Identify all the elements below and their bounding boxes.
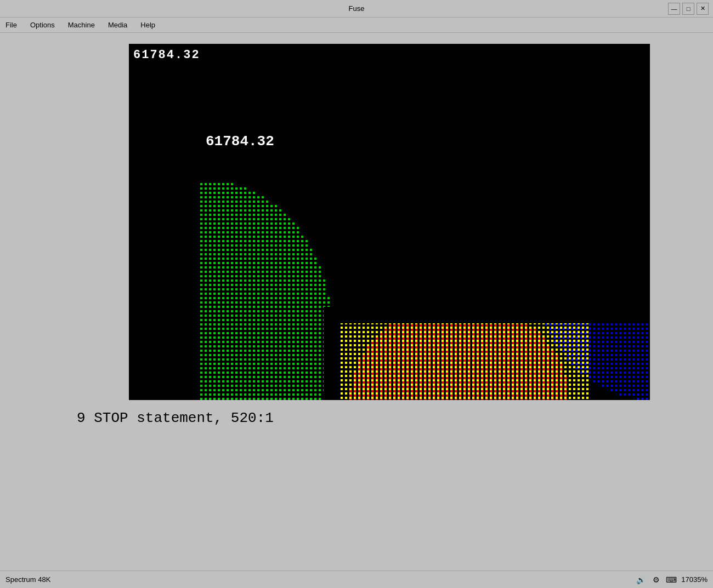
score-display: 61784.32 [133,48,200,62]
menu-bar: File Options Machine Media Help [0,18,713,33]
status-message: 9 STOP statement, 520:1 [66,410,274,426]
title-bar: Fuse — □ ✕ [0,0,713,18]
content-area: 61784.32 9 STOP statement, 520:1 [0,33,713,426]
keyboard-icon: ⌨ [666,574,677,585]
settings-icon: ⚙ [650,574,661,585]
maximize-button[interactable]: □ [682,3,694,15]
window-controls[interactable]: — □ ✕ [668,3,709,15]
menu-help[interactable]: Help [138,20,157,30]
menu-options[interactable]: Options [28,20,57,30]
menu-media[interactable]: Media [106,20,129,30]
spectrum-canvas [129,44,650,400]
speed-label: 17035% [681,575,708,584]
status-right: 🔊 ⚙ ⌨ 17035% [635,574,708,585]
spectrum-screen: 61784.32 [129,44,650,400]
status-bar: Spectrum 48K 🔊 ⚙ ⌨ 17035% [0,570,713,588]
close-button[interactable]: ✕ [697,3,709,15]
minimize-button[interactable]: — [668,3,680,15]
menu-file[interactable]: File [3,20,19,30]
machine-label: Spectrum 48K [5,575,50,584]
menu-machine[interactable]: Machine [66,20,97,30]
audio-icon: 🔊 [635,574,646,585]
window-title: Fuse [349,4,365,13]
